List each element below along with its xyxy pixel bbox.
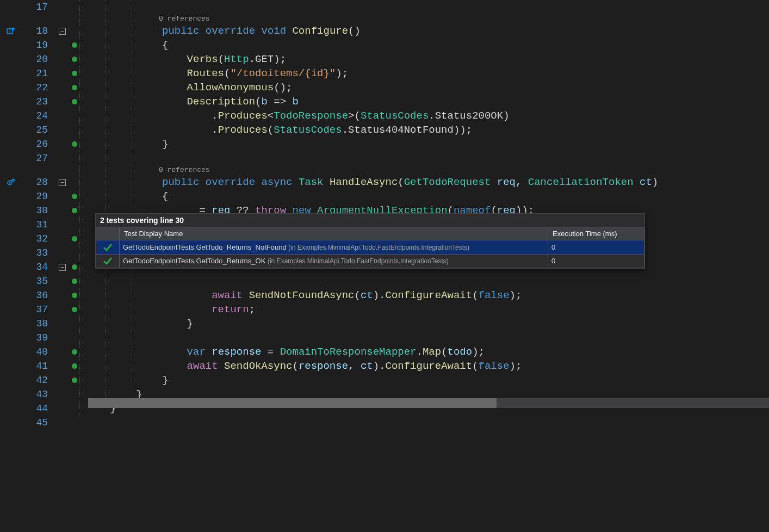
coverage-indicator[interactable] — [70, 175, 79, 189]
coverage-indicator[interactable] — [70, 387, 79, 401]
code-line-18[interactable]: I18public override void Configure() — [0, 24, 769, 38]
coverage-indicator[interactable] — [70, 302, 79, 317]
column-header-time[interactable]: Execution Time (ms) — [548, 227, 644, 240]
code-line-19[interactable]: 19{ — [0, 38, 769, 52]
collapse-icon[interactable] — [59, 264, 66, 271]
fold-gutter[interactable] — [54, 137, 70, 151]
margin-glyph[interactable] — [0, 38, 22, 52]
margin-glyph[interactable] — [0, 401, 22, 416]
fold-gutter[interactable] — [54, 66, 70, 81]
code-text[interactable]: { — [79, 189, 769, 203]
coverage-indicator[interactable] — [70, 81, 79, 95]
coverage-indicator[interactable] — [70, 331, 79, 345]
code-line-28[interactable]: 28public override async Task HandleAsync… — [0, 175, 769, 189]
scrollbar-thumb[interactable] — [88, 398, 497, 408]
code-text[interactable]: } — [79, 373, 769, 387]
fold-gutter[interactable] — [54, 345, 70, 359]
code-line-45[interactable]: 45 — [0, 416, 769, 430]
code-text[interactable]: await SendOkAsync(response, ct).Configur… — [79, 359, 769, 373]
code-text[interactable]: public override async Task HandleAsync(G… — [79, 175, 769, 189]
test-result-row[interactable]: GetTodoEndpointTests.GetTodo_Returns_OK … — [96, 254, 644, 268]
coverage-indicator[interactable] — [70, 416, 79, 430]
fold-gutter[interactable] — [54, 24, 70, 38]
margin-glyph[interactable] — [0, 0, 22, 14]
code-line-39[interactable]: 39 — [0, 331, 769, 345]
coverage-indicator[interactable] — [70, 317, 79, 331]
code-text[interactable]: AllowAnonymous(); — [79, 81, 769, 95]
code-editor[interactable]: 170 referencesI18public override void Co… — [0, 0, 769, 532]
margin-glyph[interactable] — [0, 274, 22, 288]
coverage-indicator[interactable] — [70, 151, 79, 165]
fold-gutter[interactable] — [54, 373, 70, 387]
margin-glyph[interactable] — [0, 151, 22, 165]
fold-gutter[interactable] — [54, 274, 70, 288]
margin-glyph[interactable] — [0, 109, 22, 123]
margin-glyph[interactable] — [0, 218, 22, 232]
override-glyph-icon[interactable] — [0, 175, 22, 189]
code-line-38[interactable]: 38 } — [0, 317, 769, 331]
fold-gutter[interactable] — [54, 95, 70, 109]
coverage-indicator[interactable] — [70, 52, 79, 66]
fold-gutter[interactable] — [54, 317, 70, 331]
coverage-indicator[interactable] — [70, 203, 79, 218]
code-line-17[interactable]: 17 — [0, 0, 769, 14]
coverage-indicator[interactable] — [70, 109, 79, 123]
fold-gutter[interactable] — [54, 0, 70, 14]
code-line-20[interactable]: 20 Verbs(Http.GET); — [0, 52, 769, 66]
coverage-indicator[interactable] — [70, 189, 79, 203]
coverage-indicator[interactable] — [70, 137, 79, 151]
coverage-indicator[interactable] — [70, 66, 79, 81]
coverage-indicator[interactable] — [70, 274, 79, 288]
code-line-26[interactable]: 26} — [0, 137, 769, 151]
code-line-42[interactable]: 42} — [0, 373, 769, 387]
margin-glyph[interactable] — [0, 66, 22, 81]
column-header-status[interactable] — [96, 227, 120, 240]
fold-gutter[interactable] — [54, 151, 70, 165]
code-text[interactable]: await SendNotFoundAsync(ct).ConfigureAwa… — [79, 288, 769, 302]
fold-gutter[interactable] — [54, 38, 70, 52]
code-text[interactable]: { — [79, 38, 769, 52]
code-text[interactable]: .Produces(StatusCodes.Status404NotFound)… — [79, 123, 769, 137]
fold-gutter[interactable] — [54, 175, 70, 189]
code-line-22[interactable]: 22 AllowAnonymous(); — [0, 81, 769, 95]
code-text[interactable]: Description(b => b — [79, 95, 769, 109]
column-header-name[interactable]: Test Display Name — [120, 227, 548, 240]
code-text[interactable]: public override void Configure() — [79, 24, 769, 38]
margin-glyph[interactable] — [0, 359, 22, 373]
scrollbar-track[interactable] — [88, 398, 769, 408]
code-line-35[interactable]: 35 — [0, 274, 769, 288]
coverage-indicator[interactable] — [70, 401, 79, 416]
fold-gutter[interactable] — [54, 401, 70, 416]
margin-glyph[interactable] — [0, 416, 22, 430]
margin-glyph[interactable] — [0, 232, 22, 246]
fold-gutter[interactable] — [54, 218, 70, 232]
margin-glyph[interactable] — [0, 345, 22, 359]
fold-gutter[interactable] — [54, 81, 70, 95]
margin-glyph[interactable] — [0, 189, 22, 203]
margin-glyph[interactable] — [0, 137, 22, 151]
code-text[interactable]: } — [79, 317, 769, 331]
margin-glyph[interactable] — [0, 387, 22, 401]
coverage-indicator[interactable] — [70, 24, 79, 38]
coverage-indicator[interactable] — [70, 345, 79, 359]
fold-gutter[interactable] — [54, 288, 70, 302]
fold-gutter[interactable] — [54, 359, 70, 373]
fold-gutter[interactable] — [54, 260, 70, 274]
horizontal-scrollbar[interactable] — [88, 398, 769, 408]
margin-glyph[interactable] — [0, 81, 22, 95]
fold-gutter[interactable] — [54, 203, 70, 218]
collapse-icon[interactable] — [59, 28, 66, 35]
margin-glyph[interactable] — [0, 123, 22, 137]
code-text[interactable]: return; — [79, 302, 769, 317]
codelens[interactable]: 0 references — [0, 14, 769, 24]
coverage-indicator[interactable] — [70, 246, 79, 260]
code-text[interactable]: .Produces<TodoResponse>(StatusCodes.Stat… — [79, 109, 769, 123]
codelens[interactable]: 0 references — [0, 165, 769, 175]
margin-glyph[interactable] — [0, 331, 22, 345]
margin-glyph[interactable] — [0, 260, 22, 274]
coverage-indicator[interactable] — [70, 359, 79, 373]
code-line-37[interactable]: 37 return; — [0, 302, 769, 317]
margin-glyph[interactable] — [0, 302, 22, 317]
collapse-icon[interactable] — [59, 179, 66, 186]
margin-glyph[interactable] — [0, 317, 22, 331]
